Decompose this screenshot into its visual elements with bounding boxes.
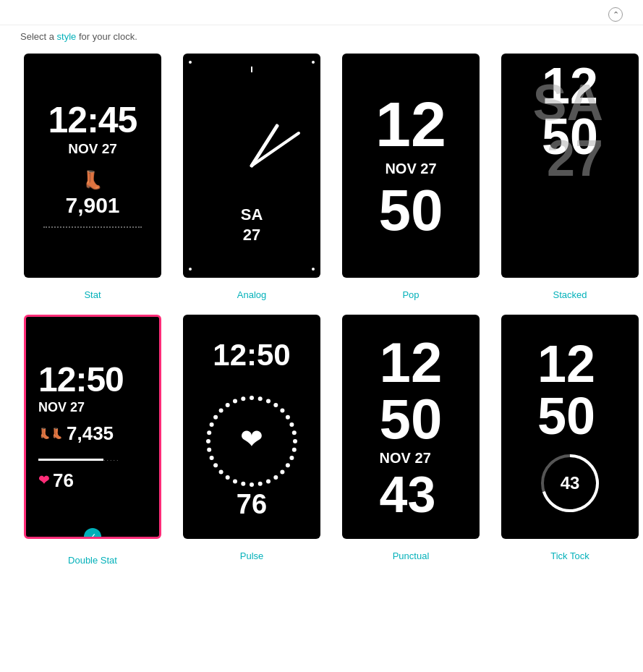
svg-line-6 [252,133,299,166]
clock-label-pulse: Pulse [240,550,264,561]
clock-item-punctual[interactable]: 12 50 NOV 27 43 Punctual [338,315,483,566]
svg-point-22 [280,469,284,474]
svg-point-21 [286,463,290,467]
svg-point-31 [213,463,218,467]
svg-rect-4 [251,67,252,72]
svg-point-39 [226,403,230,407]
clock-face-ticktock[interactable]: 12 50 43 [501,315,639,539]
svg-point-17 [292,430,297,435]
clock-label-pop: Pop [402,289,419,300]
style-highlight: style [57,31,77,42]
clock-face-analog[interactable]: SA 27 [183,54,320,278]
clock-label-stacked: Stacked [553,289,587,300]
svg-point-2 [189,268,192,271]
svg-text:12:50: 12:50 [213,338,290,372]
svg-point-20 [289,456,294,460]
clock-item-pulse[interactable]: 12:50 ❤ 76 Pulse [179,315,324,566]
svg-text:SA: SA [241,205,263,224]
svg-point-10 [250,396,254,400]
svg-point-25 [258,482,263,486]
svg-point-12 [266,399,271,404]
svg-point-1 [312,61,315,64]
svg-text:❤: ❤ [240,424,263,454]
clock-label-analog: Analog [237,289,266,300]
svg-point-38 [219,409,223,413]
clock-item-stacked[interactable]: 12 50 SA 27 Stacked [498,54,642,300]
svg-text:27: 27 [243,226,260,244]
svg-point-41 [241,396,245,401]
selected-style-display: ⌃ [604,7,623,22]
svg-point-27 [241,482,245,486]
clock-face-stacked[interactable]: 12 50 SA 27 [501,54,639,278]
svg-point-32 [210,456,214,460]
svg-point-19 [292,448,297,452]
svg-point-40 [233,399,237,404]
clock-face-punctual[interactable]: 12 50 NOV 27 43 [342,315,480,539]
clock-face-doublestat[interactable]: 12:50 NOV 27 👢👢7,435 ..... ❤76 ✓ [24,315,161,539]
clock-label-punctual: Punctual [393,550,430,561]
svg-point-29 [226,475,230,480]
clock-grid: 12:45 NOV 27 👢 7,901 Stat SA 27 Analog 1… [0,54,643,587]
clock-label-stat: Stat [84,289,101,300]
subtitle: Select a style for your clock. [0,25,643,54]
svg-point-11 [258,396,263,401]
svg-point-13 [273,403,278,407]
svg-line-5 [252,126,277,166]
clock-item-analog[interactable]: SA 27 Analog [179,54,324,300]
chevron-up-icon[interactable]: ⌃ [608,7,623,22]
svg-point-30 [219,469,223,474]
clock-face-pulse[interactable]: 12:50 ❤ 76 [183,315,320,539]
svg-point-0 [189,61,192,64]
svg-point-18 [293,439,297,443]
svg-point-15 [286,415,290,420]
clock-item-stat[interactable]: 12:45 NOV 27 👢 7,901 Stat [20,54,165,300]
clock-face-stat[interactable]: 12:45 NOV 27 👢 7,901 [24,54,161,278]
clock-face-pop[interactable]: 12 NOV 27 50 [342,54,480,278]
svg-point-14 [280,409,284,413]
svg-point-16 [289,422,294,427]
clock-label-doublestat: Double Stat [68,555,117,566]
svg-point-28 [233,479,237,483]
svg-text:76: 76 [237,489,267,519]
clock-label-ticktock: Tick Tock [550,550,589,561]
header: ⌃ [0,0,643,25]
svg-point-33 [207,448,211,452]
svg-point-24 [266,479,271,483]
clock-item-ticktock[interactable]: 12 50 43 Tick Tock [498,315,642,566]
svg-point-34 [206,439,210,443]
clock-item-doublestat[interactable]: 12:50 NOV 27 👢👢7,435 ..... ❤76 ✓Double S… [20,315,165,566]
svg-point-35 [207,430,211,435]
clock-item-pop[interactable]: 12 NOV 27 50 Pop [338,54,483,300]
svg-point-37 [213,415,218,420]
svg-point-36 [210,422,214,427]
svg-point-26 [250,482,254,487]
svg-point-3 [312,268,315,271]
svg-point-23 [273,475,278,480]
